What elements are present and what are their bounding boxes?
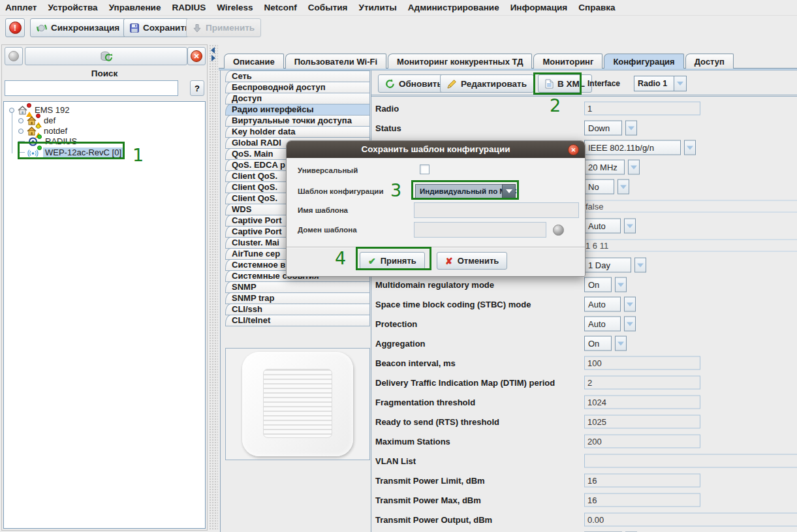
alarm-button[interactable]: ! [5, 18, 25, 37]
refresh-button-label: Обновить [399, 79, 443, 89]
chevron-down-icon[interactable] [684, 140, 696, 155]
tab[interactable]: Конфигурация [604, 54, 683, 69]
text-field[interactable]: 16 [584, 493, 700, 507]
chevron-down-icon[interactable] [624, 219, 636, 234]
dropdown-value: IEEE 802.11b/g/n [584, 140, 681, 155]
add-device-button[interactable] [5, 47, 23, 65]
section-menu-item[interactable]: Сеть [225, 70, 370, 82]
sync-button[interactable]: Синхронизация [30, 18, 126, 37]
section-menu-item[interactable]: Радио интерфейсы [225, 104, 370, 116]
expand-right-icon[interactable] [211, 55, 215, 61]
dropdown-value: Auto [584, 297, 621, 312]
text-field[interactable]: 200 [584, 435, 700, 448]
tab[interactable]: Описание [224, 54, 284, 69]
text-field[interactable]: 1 [584, 102, 700, 116]
text-field[interactable]: 1025 [584, 415, 700, 429]
field-label: VLAN List [375, 456, 416, 466]
menu-item[interactable]: Справка [578, 3, 615, 12]
collapse-left-icon[interactable] [211, 47, 215, 54]
house-icon [17, 105, 30, 116]
alarm-icon: ! [9, 22, 22, 34]
dialog-close-button[interactable]: ✕ [568, 144, 579, 155]
config-toolbar: Обновить Редактировать В XML Interface R… [371, 70, 797, 97]
edit-button[interactable]: Редактировать [440, 74, 534, 93]
tree-item-ems[interactable]: EMS 192 [9, 104, 71, 116]
dropdown-field[interactable]: Down [584, 121, 637, 136]
chevron-down-icon[interactable] [615, 336, 627, 351]
text-field[interactable]: 1024 [584, 396, 700, 409]
chevron-down-icon[interactable] [624, 297, 636, 312]
apply-button[interactable]: Применить [186, 18, 261, 37]
interface-select-value: Radio 1 [634, 76, 674, 91]
menu-item[interactable]: Апплет [5, 3, 37, 12]
chevron-down-icon[interactable] [615, 277, 627, 292]
tab[interactable]: Доступ [685, 54, 734, 69]
text-field[interactable]: 2 [584, 376, 700, 390]
interface-select[interactable]: Radio 1 [634, 76, 687, 91]
tab[interactable]: Пользователи Wi-Fi [285, 54, 386, 69]
dropdown-field[interactable]: IEEE 802.11b/g/n [584, 140, 696, 155]
chevron-down-icon[interactable] [674, 76, 687, 91]
tree-expand-handle-icon[interactable] [18, 129, 23, 134]
section-menu-item[interactable]: CLI/ssh [225, 304, 370, 315]
dropdown-field[interactable]: On [584, 277, 627, 292]
menu-item[interactable]: Netconf [264, 3, 297, 12]
section-menu-item[interactable]: Key holder data [225, 126, 370, 138]
search-input[interactable] [5, 80, 178, 96]
dropdown-field[interactable]: Auto [584, 219, 636, 234]
menu-item[interactable]: RADIUS [172, 3, 206, 12]
database-sync-icon [100, 51, 113, 62]
tab[interactable]: Мониторинг конкурентных ТД [388, 54, 532, 69]
refresh-button[interactable]: Обновить [378, 74, 450, 93]
menu-item[interactable]: Управление [109, 3, 161, 12]
cancel-button[interactable]: ✘ Отменить [437, 252, 507, 270]
tree-expand-handle-icon[interactable] [9, 108, 14, 113]
dropdown-field[interactable]: No [584, 180, 629, 195]
template-domain-input[interactable] [414, 222, 546, 238]
menu-item[interactable]: Информация [510, 3, 568, 12]
form-row [371, 529, 797, 532]
universal-label: Универсальный [298, 166, 358, 174]
text-field[interactable]: 16 [584, 474, 700, 488]
section-menu-item[interactable]: Беспроводной доступ [225, 82, 370, 93]
dropdown-field[interactable]: Auto [584, 317, 636, 332]
close-panel-button[interactable]: ✕ [187, 47, 206, 65]
chevron-down-icon[interactable] [624, 317, 636, 332]
template-name-input[interactable] [414, 202, 579, 218]
device-tree: EMS 192 def [3, 101, 206, 529]
text-field[interactable] [584, 454, 797, 468]
panel-splitter[interactable] [209, 44, 218, 531]
text-field[interactable]: 0.00 [584, 513, 797, 527]
menu-item[interactable]: Wireless [217, 3, 253, 12]
apply-arrow-icon [193, 23, 202, 33]
chevron-down-icon[interactable] [634, 258, 646, 273]
chevron-down-icon[interactable] [617, 180, 629, 195]
menu-item[interactable]: Администрирование [408, 3, 499, 12]
menu-item[interactable]: События [308, 3, 348, 12]
tree-item-notdef[interactable]: notdef [18, 125, 69, 136]
chevron-down-icon[interactable] [628, 160, 640, 175]
field-label: Ready to send (RTS) threshold [375, 417, 499, 427]
text-field[interactable]: 100 [584, 356, 700, 370]
annotation-number-4: 4 [335, 249, 346, 267]
tab[interactable]: Мониторинг [533, 54, 602, 69]
section-menu-item[interactable]: Виртуальные точки доступа [225, 115, 370, 127]
section-menu-item[interactable]: Доступ [225, 93, 370, 104]
menu-item[interactable]: Утилиты [359, 3, 397, 12]
tree-expand-handle-icon[interactable] [18, 118, 23, 123]
section-menu-item[interactable]: SNMP trap [225, 292, 370, 304]
dropdown-field[interactable]: 1 Day [584, 258, 646, 273]
domain-picker-button[interactable] [553, 225, 564, 236]
chevron-down-icon[interactable] [625, 121, 637, 136]
dropdown-field[interactable]: 20 MHz [584, 160, 640, 175]
section-menu-item[interactable]: CLI/telnet [225, 315, 370, 326]
search-help-button[interactable]: ? [190, 80, 204, 96]
section-menu-item[interactable]: SNMP [225, 281, 370, 293]
dropdown-field[interactable]: Auto [584, 297, 636, 312]
field-label: Status [375, 123, 401, 133]
universal-checkbox[interactable] [420, 164, 430, 174]
db-sync-button[interactable] [25, 47, 187, 65]
access-point-photo [242, 352, 353, 456]
dropdown-field[interactable]: On [584, 336, 627, 351]
menu-item[interactable]: Устройства [48, 3, 97, 12]
